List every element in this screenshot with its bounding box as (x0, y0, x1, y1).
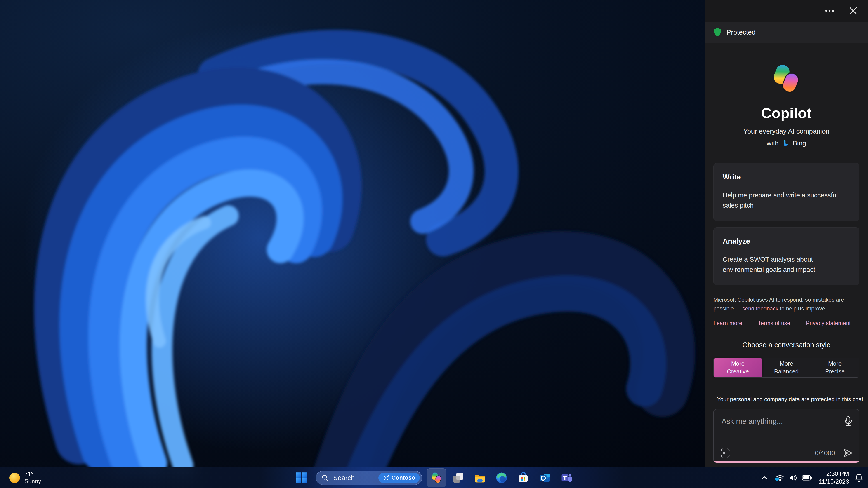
copilot-icon (430, 472, 442, 484)
screenshot-button[interactable] (720, 448, 730, 458)
edge-icon (495, 472, 508, 484)
taskbar-center: Search Contoso (292, 467, 576, 488)
quick-settings[interactable] (773, 471, 813, 484)
with-label: with (767, 139, 778, 147)
notifications-button[interactable] (855, 473, 864, 483)
terms-of-use-link[interactable]: Terms of use (758, 320, 790, 326)
close-icon (849, 6, 858, 15)
folder-icon (474, 472, 486, 484)
taskbar: 71°F Sunny (0, 467, 868, 488)
close-button[interactable] (849, 6, 858, 15)
screenshot-icon (720, 448, 730, 458)
privacy-statement-link[interactable]: Privacy statement (806, 320, 851, 326)
task-view-button[interactable] (449, 468, 468, 487)
option-line2: Creative (727, 367, 749, 376)
weather-temperature: 71°F (24, 470, 41, 478)
store-icon (517, 472, 529, 484)
conversation-style-toggle: More Creative More Balanced More Precise (713, 358, 860, 378)
panel-body: Copilot Your everyday AI companion with … (705, 43, 868, 467)
card-title: Analyze (723, 237, 850, 246)
store-button[interactable] (514, 468, 533, 487)
divider (798, 320, 798, 326)
option-line1: More (731, 360, 745, 367)
style-option-more-creative[interactable]: More Creative (714, 358, 762, 377)
more-options-button[interactable] (825, 9, 835, 12)
learn-more-link[interactable]: Learn more (713, 320, 742, 326)
clock[interactable]: 2:30 PM 11/15/2023 (819, 470, 849, 486)
desktop: Protected Copilot Your everyday AI compa… (0, 0, 868, 488)
option-line2: Precise (825, 367, 845, 376)
copilot-subtitle: Your everyday AI companion (743, 127, 830, 135)
disclaimer-text-end: to help us improve. (778, 305, 827, 312)
weather-condition: Sunny (24, 478, 41, 485)
protected-label: Protected (726, 29, 755, 36)
bing-label: Bing (793, 139, 806, 147)
privacy-note-text: Your personal and company data are prote… (717, 396, 863, 402)
card-body: Create a SWOT analysis about environment… (723, 254, 850, 275)
outlook-button[interactable] (535, 468, 555, 487)
outlook-icon (539, 472, 551, 484)
char-counter: 0/4000 (815, 449, 835, 457)
search-icon (321, 474, 329, 482)
chevron-up-icon (761, 475, 768, 480)
panel-header (705, 0, 868, 22)
tray-date: 11/15/2023 (819, 478, 849, 486)
option-line1: More (780, 360, 793, 367)
copilot-logo (770, 63, 802, 95)
footer-links: Learn more Terms of use Privacy statemen… (713, 320, 860, 326)
card-body: Help me prepare and write a successful s… (723, 190, 850, 210)
bell-icon (855, 473, 864, 483)
style-chooser-heading: Choose a conversation style (742, 341, 830, 349)
start-button[interactable] (292, 468, 311, 487)
mic-button[interactable] (844, 416, 853, 427)
ai-disclaimer: Microsoft Copilot uses AI to respond, so… (713, 295, 860, 313)
taskbar-copilot-button[interactable] (427, 468, 446, 487)
target-icon (383, 475, 389, 481)
teams-icon (561, 472, 573, 484)
contoso-badge: Contoso (378, 473, 420, 483)
teams-button[interactable] (557, 468, 576, 487)
option-line1: More (828, 360, 842, 367)
suggestion-card-write[interactable]: Write Help me prepare and write a succes… (713, 163, 860, 221)
mic-icon (844, 416, 853, 427)
copilot-title: Copilot (761, 105, 812, 122)
style-option-more-precise[interactable]: More Precise (811, 358, 859, 377)
card-title: Write (723, 173, 850, 181)
windows-start-icon (296, 472, 307, 484)
style-option-more-balanced[interactable]: More Balanced (762, 358, 811, 377)
protected-badge: Protected (705, 22, 868, 43)
wifi-shield-icon (775, 473, 784, 482)
suggestion-card-analyze[interactable]: Analyze Create a SWOT analysis about env… (713, 227, 860, 285)
search-box[interactable]: Search Contoso (316, 471, 422, 485)
edge-button[interactable] (492, 468, 511, 487)
search-label: Search (333, 474, 378, 482)
chat-input-box: 0/4000 (713, 409, 860, 463)
tray-overflow-button[interactable] (761, 475, 768, 480)
file-explorer-button[interactable] (470, 468, 489, 487)
send-feedback-link[interactable]: send feedback (742, 305, 778, 312)
input-bottom-row: 0/4000 (720, 448, 853, 458)
bing-icon (782, 139, 789, 148)
weather-widget[interactable]: 71°F Sunny (5, 467, 45, 488)
privacy-note: Your personal and company data are prote… (713, 395, 860, 403)
bing-attribution: with Bing (767, 139, 806, 148)
chat-input[interactable] (714, 410, 859, 446)
task-view-icon (452, 472, 464, 484)
contoso-label: Contoso (392, 474, 415, 481)
send-button[interactable] (843, 448, 853, 458)
tray-time: 2:30 PM (819, 470, 849, 478)
system-tray: 2:30 PM 11/15/2023 (761, 467, 864, 488)
battery-icon (802, 475, 812, 481)
copilot-panel: Protected Copilot Your everyday AI compa… (705, 0, 868, 467)
more-options-icon (825, 9, 835, 12)
sun-icon (9, 472, 20, 484)
send-icon (843, 448, 853, 458)
weather-text: 71°F Sunny (24, 470, 41, 485)
shield-icon (713, 28, 721, 37)
option-line2: Balanced (774, 367, 799, 376)
speaker-icon (789, 474, 798, 482)
